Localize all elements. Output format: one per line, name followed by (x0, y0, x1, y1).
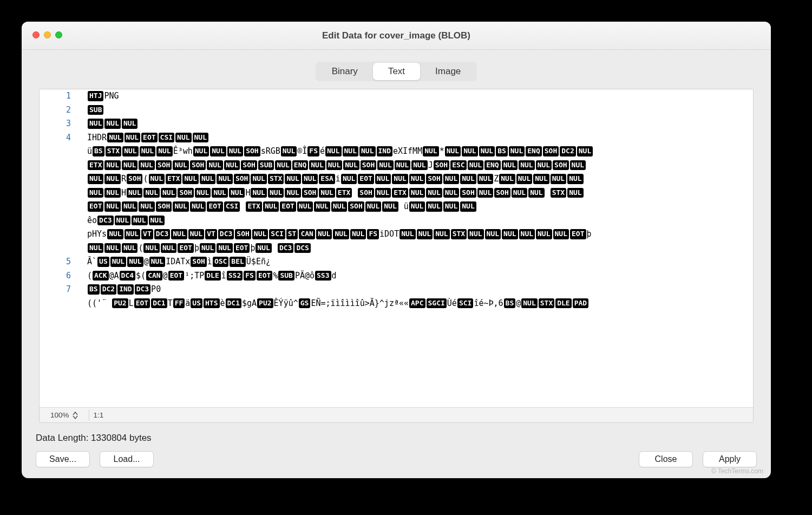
tab-binary[interactable]: Binary (317, 63, 373, 80)
control-char: SS3 (315, 271, 331, 281)
control-char: SUB (88, 105, 103, 115)
control-char: NUL (285, 188, 300, 198)
view-mode-segmented: Binary Text Image (316, 62, 477, 81)
save-button[interactable]: Save... (36, 451, 90, 467)
control-char: NUL (443, 174, 459, 184)
close-button[interactable]: Close (639, 451, 693, 467)
line-content[interactable]: Â`USNULNUL@NULIDATxSOHìOSCBELÜ$Eñ¿ (87, 255, 753, 269)
control-char: NUL (268, 188, 284, 198)
control-char: NUL (207, 160, 222, 170)
control-char: NUL (200, 243, 215, 253)
line-content[interactable]: BSDC2INDDC3P0 (87, 283, 753, 297)
control-char: NUL (161, 243, 176, 253)
line-content[interactable]: (ACK@ADC4$(CAN@EOT¹;TPDLEîSS2FSEOT%SUBPÄ… (87, 269, 753, 283)
line-content[interactable]: HTJPNG (87, 89, 753, 103)
line-content[interactable]: IHDRNULNULEOTCSINULNUL (87, 131, 753, 145)
control-char: NUL (512, 188, 527, 198)
line-content[interactable]: NULNULRSOH(NULETXNULNULNULSOHNULSTXNULNU… (87, 172, 753, 186)
control-char: DC2 (560, 146, 575, 156)
zoom-stepper-icon[interactable] (73, 412, 78, 419)
line-number (40, 200, 87, 214)
control-char: NUL (509, 146, 525, 156)
control-char: NUL (331, 201, 347, 211)
control-char: SOH (190, 160, 206, 170)
control-char: NUL (551, 174, 566, 184)
line-content[interactable]: SUB (87, 103, 753, 118)
cursor-position: 1:1 (94, 411, 104, 419)
watermark: © TechTerms.com (711, 467, 763, 475)
control-char: NUL (477, 174, 493, 184)
control-char: ESC (450, 160, 466, 170)
control-char: BS (93, 146, 104, 156)
control-char: SOH (191, 257, 206, 266)
control-char: NUL (217, 243, 232, 253)
control-char: NUL (319, 188, 335, 198)
control-char: NUL (195, 188, 211, 198)
line-content[interactable]: (('¨ PU2LEOTDC1TFFäUSHTSèDC1$gAPU2ÊÝÿû^G… (87, 297, 753, 311)
control-char: NUL (519, 229, 535, 239)
control-char: SOH (178, 188, 193, 198)
control-char: DC3 (97, 216, 113, 225)
line-content[interactable]: NULNULHNULNULNULSOHNULNULNULHNULNULNULSO… (87, 186, 753, 200)
control-char: NUL (212, 188, 227, 198)
control-char: SOH (156, 160, 172, 170)
line-content[interactable]: NULNULNUL(NULNULEOTþNULNULEOTþNUL DC3DCS (87, 242, 753, 256)
control-char: NUL (423, 146, 438, 156)
editor-text-area[interactable]: 1HTJPNG2SUB3NULNULNUL4IHDRNULNULEOTCSINU… (40, 89, 753, 407)
control-char: NUL (88, 119, 103, 128)
control-char: IND (117, 284, 133, 294)
load-button[interactable]: Load... (100, 451, 154, 467)
control-char: STX (551, 188, 566, 198)
line-number (40, 242, 87, 256)
control-char: HTS (204, 298, 219, 308)
apply-button[interactable]: Apply (703, 451, 757, 467)
control-char: NUL (375, 188, 391, 198)
control-char: NUL (110, 257, 126, 266)
zoom-window-icon[interactable] (55, 31, 62, 38)
control-char: EOT (178, 243, 193, 253)
control-char: SOH (127, 174, 142, 184)
control-char: BEL (230, 257, 245, 266)
control-char: STX (268, 174, 284, 184)
control-char: EOT (234, 243, 250, 253)
control-char: NUL (182, 174, 198, 184)
control-char: DC2 (101, 284, 116, 294)
control-char: EOT (168, 271, 184, 281)
control-char: NUL (377, 160, 393, 170)
control-char: SOH (361, 160, 376, 170)
control-char: NUL (229, 188, 245, 198)
titlebar: Edit Data for cover_image (BLOB) (22, 22, 771, 50)
line-number (40, 145, 87, 159)
control-char: NUL (193, 146, 209, 156)
control-char: NUL (411, 160, 427, 170)
control-char: NUL (149, 174, 165, 184)
control-char: NUL (516, 174, 532, 184)
line-content[interactable]: ETXNULNULNULSOHNULSOHNULNULSOHSUBNULENQN… (87, 159, 753, 173)
control-char: FF (173, 298, 185, 308)
zoom-control[interactable]: 100% (44, 411, 84, 419)
control-char: CSI (224, 201, 240, 211)
line-number (40, 297, 87, 311)
close-window-icon[interactable] (32, 31, 40, 38)
control-char: SOH (543, 146, 559, 156)
line-content[interactable]: NULNULNUL (87, 117, 753, 131)
control-char: NUL (275, 160, 291, 170)
window-controls (32, 31, 62, 38)
line-content[interactable]: êoDC3NULNULNUL (87, 214, 753, 228)
tab-image[interactable]: Image (420, 63, 476, 80)
control-char: DC4 (120, 271, 135, 281)
minimize-window-icon[interactable] (44, 31, 51, 38)
line-content[interactable]: EOTNULNULNULSOHNULNULEOTCSI ETXNULEOTNUL… (87, 200, 753, 214)
control-char: NUL (309, 160, 325, 170)
control-char: SOH (348, 201, 364, 211)
control-char: BS (496, 146, 508, 156)
line-number: 6 (40, 269, 87, 283)
control-char: ETX (392, 188, 408, 198)
tab-text[interactable]: Text (373, 63, 420, 80)
control-char: VT (205, 229, 217, 239)
line-content[interactable]: pHYsNULNULVTDC3NULNULVTDC3SOHNULSCISTCAN… (87, 227, 753, 242)
line-content[interactable]: üBSSTXNULNULNULÊ³whNULNULNULSOHsRGBNUL®Î… (87, 145, 753, 159)
control-char: NUL (395, 160, 410, 170)
control-char: NUL (468, 229, 483, 239)
control-char: NUL (104, 201, 120, 211)
